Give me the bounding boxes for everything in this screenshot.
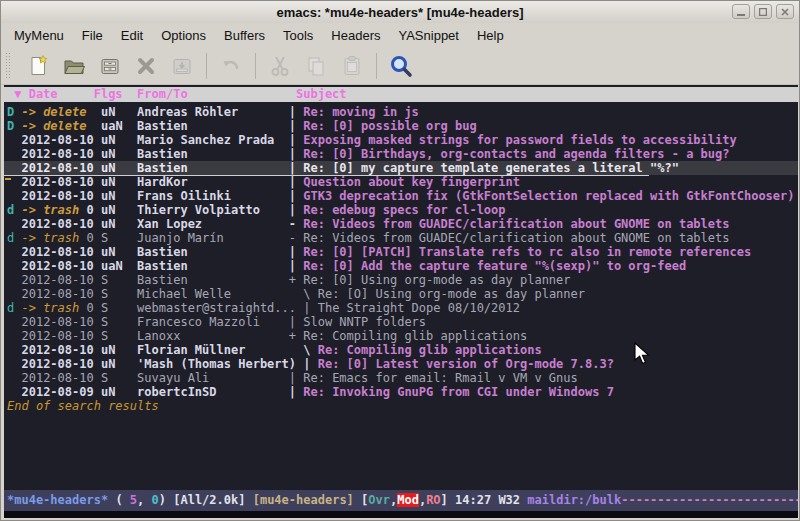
maximize-button[interactable] bbox=[754, 4, 772, 19]
kill-buffer-button[interactable] bbox=[131, 51, 161, 81]
menu-item-help[interactable]: Help bbox=[468, 25, 513, 46]
message-row[interactable]: 2012-08-10 S Lanoxx + Re: Compiling glib… bbox=[4, 329, 798, 343]
message-row[interactable]: 2012-08-10 uaN Bastien | Re: [0] Add the… bbox=[4, 259, 798, 273]
open-folder-button[interactable] bbox=[59, 51, 89, 81]
toolbar-separator bbox=[255, 53, 256, 79]
message-row[interactable]: d -> trash 0 S Juanjo Marín - Re: Videos… bbox=[4, 231, 798, 245]
mode-line[interactable]: *mu4e-headers* ( 5, 0) [All/2.0k] [mu4e-… bbox=[4, 490, 798, 511]
titlebar[interactable]: emacs: *mu4e-headers* [mu4e-headers] bbox=[1, 1, 799, 23]
copy-icon bbox=[304, 54, 328, 78]
header-line[interactable]: ▼ Date Flgs From/To Subject bbox=[4, 87, 798, 102]
mu4e-headers-buffer: ▼ Date Flgs From/To Subject D -> delete … bbox=[4, 85, 798, 518]
save-as-icon bbox=[170, 54, 194, 78]
menu-bar: MyMenuFileEditOptionsBuffersToolsHeaders… bbox=[1, 23, 799, 47]
minimize-icon bbox=[737, 8, 745, 16]
menu-item-buffers[interactable]: Buffers bbox=[215, 25, 274, 46]
toolbar-gripper[interactable] bbox=[5, 52, 12, 80]
message-row[interactable]: 2012-08-10 uN Frans Oilinki | GTK3 depre… bbox=[4, 189, 798, 203]
message-row[interactable]: 2012-08-10 uN Bastien | Re: [0] Birthday… bbox=[4, 147, 798, 161]
message-row[interactable]: 2012-08-10 S Michael Welle \ Re: [O] Usi… bbox=[4, 287, 798, 301]
minimize-button[interactable] bbox=[732, 4, 750, 19]
search-button[interactable] bbox=[386, 51, 416, 81]
message-row[interactable]: D -> delete uN Andreas Röhler | Re: movi… bbox=[4, 105, 798, 119]
undo-button[interactable] bbox=[216, 51, 246, 81]
menu-item-mymenu[interactable]: MyMenu bbox=[5, 25, 73, 46]
toolbar-separator bbox=[376, 53, 377, 79]
message-row[interactable]: 2012-08-10 uN HardKor | Question about k… bbox=[4, 175, 798, 189]
window-controls bbox=[732, 4, 794, 19]
open-folder-icon bbox=[62, 54, 86, 78]
message-row[interactable]: D -> delete uaN Bastien | Re: [0] possib… bbox=[4, 119, 798, 133]
menu-item-headers[interactable]: Headers bbox=[322, 25, 389, 46]
message-row[interactable]: d -> trash 0 S webmaster@straightd... | … bbox=[4, 301, 798, 315]
message-row[interactable]: d -> trash 0 uN Thierry Volpiatto | Re: … bbox=[4, 203, 798, 217]
message-row[interactable]: 2012-08-10 uN Florian Müllner \ Re: Comp… bbox=[4, 343, 798, 357]
message-row[interactable]: 2012-08-10 S Suvayu Ali | Re: Emacs for … bbox=[4, 371, 798, 385]
cut-icon bbox=[268, 54, 292, 78]
paste-button[interactable] bbox=[337, 51, 367, 81]
message-row[interactable]: 2012-08-10 uN Bastien | Re: [0] [PATCH] … bbox=[4, 245, 798, 259]
save-button[interactable] bbox=[95, 51, 125, 81]
copy-button[interactable] bbox=[301, 51, 331, 81]
message-row[interactable]: 2012-08-10 uN Mario Sanchez Prada | Expo… bbox=[4, 133, 798, 147]
close-icon bbox=[781, 8, 789, 16]
menu-item-options[interactable]: Options bbox=[152, 25, 215, 46]
message-row[interactable]: 2012-08-10 S Bastien + Re: [0] Using org… bbox=[4, 273, 798, 287]
close-button[interactable] bbox=[776, 4, 794, 19]
window-title: emacs: *mu4e-headers* [mu4e-headers] bbox=[276, 5, 523, 20]
save-as-button[interactable] bbox=[167, 51, 197, 81]
message-row[interactable]: 2012-08-10 uN 'Mash (Thomas Herbert) | R… bbox=[4, 357, 798, 371]
search-icon bbox=[388, 53, 414, 79]
menu-item-yasnippet[interactable]: YASnippet bbox=[389, 25, 467, 46]
fringe-marker bbox=[5, 178, 11, 180]
toolbar-separator bbox=[206, 53, 207, 79]
message-row[interactable]: 2012-08-10 S Francesco Mazzoli | Slow NN… bbox=[4, 315, 798, 329]
message-row[interactable]: 2012-08-10 uN Xan Lopez - Re: Videos fro… bbox=[4, 217, 798, 231]
mouse-cursor bbox=[633, 342, 651, 366]
menu-item-edit[interactable]: Edit bbox=[112, 25, 152, 46]
new-file-button[interactable] bbox=[23, 51, 53, 81]
menu-item-tools[interactable]: Tools bbox=[274, 25, 322, 46]
menu-item-file[interactable]: File bbox=[73, 25, 112, 46]
end-of-search-text: End of search results bbox=[4, 399, 798, 413]
cut-button[interactable] bbox=[265, 51, 295, 81]
toolbar bbox=[1, 47, 799, 85]
maximize-icon bbox=[759, 8, 767, 16]
new-file-icon bbox=[26, 54, 50, 78]
message-row[interactable]: 2012-08-09 uN robertcInSD | Re: Invoking… bbox=[4, 385, 798, 399]
message-row[interactable]: 2012-08-10 uN Bastien | Re: [0] my captu… bbox=[4, 161, 798, 175]
message-list: D -> delete uN Andreas Röhler | Re: movi… bbox=[4, 105, 798, 399]
save-icon bbox=[98, 54, 122, 78]
paste-icon bbox=[340, 54, 364, 78]
echo-area[interactable] bbox=[4, 511, 798, 518]
kill-buffer-icon bbox=[134, 54, 158, 78]
undo-icon bbox=[219, 54, 243, 78]
emacs-window: emacs: *mu4e-headers* [mu4e-headers] MyM… bbox=[0, 0, 800, 521]
